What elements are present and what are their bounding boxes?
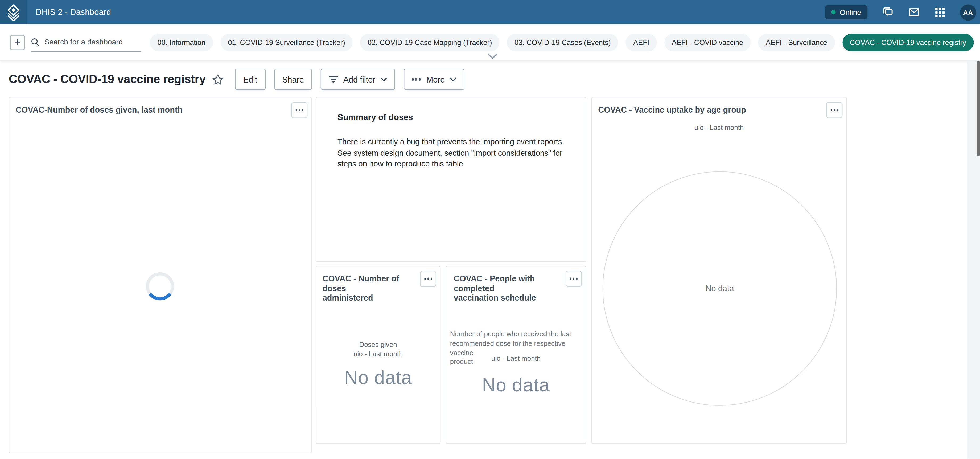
dashboard-chip-aefi[interactable]: AEFI bbox=[626, 33, 657, 51]
dashboards-bar: 00. Information 01. COVID-19 Surveillanc… bbox=[0, 24, 980, 61]
chart-subtitle: uio - Last month bbox=[316, 349, 440, 359]
dashboard-chip-list: 00. Information 01. COVID-19 Surveillanc… bbox=[150, 33, 974, 51]
avatar-initials: AA bbox=[963, 8, 973, 16]
no-data-label: No data bbox=[446, 375, 586, 396]
scrollbar-thumb[interactable] bbox=[977, 61, 980, 156]
show-more-dashboards-button[interactable] bbox=[482, 52, 503, 61]
ellipsis-icon bbox=[412, 78, 420, 80]
card-doses-given-last-month: COVAC-Number of doses given, last month bbox=[9, 97, 312, 453]
apps-grid-icon bbox=[934, 6, 946, 18]
dashboard-chip-covac-selected[interactable]: COVAC - COVID-19 vaccine registry bbox=[842, 33, 974, 51]
dashboard-content: COVAC - COVID-19 vaccine registry Edit S… bbox=[0, 61, 980, 459]
search-icon bbox=[31, 38, 40, 46]
single-value-empty: uio - Last month No data bbox=[446, 354, 586, 396]
card-title: Summary of doses bbox=[337, 113, 564, 122]
online-status-badge[interactable]: Online bbox=[825, 5, 867, 19]
chevron-down-icon bbox=[450, 77, 456, 81]
edit-button-label: Edit bbox=[243, 75, 258, 84]
card-options-button[interactable] bbox=[566, 271, 582, 287]
dashboard-search bbox=[31, 32, 141, 52]
card-title-line: administered bbox=[323, 293, 412, 303]
body-line: steps on how to reproduce this table bbox=[337, 159, 564, 170]
online-label: Online bbox=[840, 8, 861, 16]
card-title: COVAC - Number of doses administered bbox=[323, 274, 412, 303]
card-title-line: vaccination schedule bbox=[454, 293, 558, 303]
card-title: COVAC - Vaccine uptake by age group bbox=[598, 105, 819, 115]
card-number-of-doses-administered: COVAC - Number of doses administered Dos… bbox=[316, 266, 441, 444]
body-line: There is currently a bug that prevents t… bbox=[337, 137, 564, 148]
header-bar: DHIS 2 - Dashboard Online bbox=[0, 0, 980, 24]
card-vaccine-uptake-by-age-group: COVAC - Vaccine uptake by age group uio … bbox=[591, 97, 846, 444]
dashboard-chip-information[interactable]: 00. Information bbox=[150, 33, 213, 51]
chat-icon bbox=[881, 6, 894, 18]
card-title-line: COVAC - People with completed bbox=[454, 274, 558, 293]
page-title: COVAC - COVID-19 vaccine registry bbox=[9, 72, 206, 86]
dhis2-dashboard-app: DHIS 2 - Dashboard Online bbox=[0, 0, 980, 459]
edit-button[interactable]: Edit bbox=[235, 69, 266, 90]
share-button[interactable]: Share bbox=[274, 69, 312, 90]
chart-subtitle: uio - Last month bbox=[592, 124, 846, 131]
no-data-label: No data bbox=[705, 284, 734, 293]
star-icon bbox=[212, 73, 224, 86]
dashboard-chip-case-mapping[interactable]: 02. COVID-19 Case Mapping (Tracker) bbox=[360, 33, 500, 51]
plus-icon bbox=[14, 38, 21, 46]
star-dashboard-button[interactable] bbox=[212, 73, 224, 86]
more-button[interactable]: More bbox=[404, 69, 464, 90]
search-input[interactable] bbox=[45, 38, 132, 46]
dashboard-chip-aefi-surveillance[interactable]: AEFI - Surveillance bbox=[758, 33, 835, 51]
description-line: Number of people who received the last bbox=[450, 330, 582, 339]
dashboard-chip-covid-surveillance[interactable]: 01. COVID-19 Surveillance (Tracker) bbox=[220, 33, 353, 51]
chevron-down-icon bbox=[488, 54, 498, 59]
single-value-empty: Doses given uio - Last month No data bbox=[316, 340, 440, 388]
card-options-button[interactable] bbox=[826, 102, 842, 118]
dashboard-actions: Edit Share Add filter bbox=[235, 69, 464, 90]
dhis2-logo-icon bbox=[6, 4, 21, 21]
card-body-text: There is currently a bug that prevents t… bbox=[337, 137, 564, 170]
scrollbar-track bbox=[967, 61, 980, 459]
card-title: COVAC - People with completed vaccinatio… bbox=[454, 274, 558, 303]
no-data-label: No data bbox=[316, 367, 440, 388]
dashboard-chip-covid-cases[interactable]: 03. COVID-19 Cases (Events) bbox=[507, 33, 618, 51]
card-options-button[interactable] bbox=[420, 271, 436, 287]
add-filter-button[interactable]: Add filter bbox=[321, 69, 395, 90]
apps-menu-button[interactable] bbox=[934, 6, 946, 18]
card-people-completed-schedule: COVAC - People with completed vaccinatio… bbox=[445, 266, 586, 444]
card-summary-of-doses: Summary of doses There is currently a bu… bbox=[316, 97, 586, 262]
online-dot-icon bbox=[832, 10, 836, 14]
data-label: Doses given bbox=[316, 340, 440, 349]
user-avatar[interactable]: AA bbox=[960, 4, 976, 20]
body-line: See system design document, section "imp… bbox=[337, 148, 564, 159]
new-dashboard-button[interactable] bbox=[10, 35, 25, 49]
filter-icon bbox=[329, 75, 338, 84]
messages-button[interactable] bbox=[908, 6, 920, 18]
share-button-label: Share bbox=[282, 75, 304, 84]
add-filter-label: Add filter bbox=[344, 75, 375, 84]
dashboard-title-row: COVAC - COVID-19 vaccine registry Edit S… bbox=[9, 68, 464, 91]
mail-icon bbox=[908, 6, 920, 18]
interpretations-button[interactable] bbox=[881, 6, 894, 18]
card-title: COVAC-Number of doses given, last month bbox=[16, 105, 284, 115]
loading-spinner bbox=[144, 271, 175, 302]
header-actions: Online bbox=[825, 4, 980, 20]
dhis2-logo[interactable] bbox=[0, 0, 27, 24]
card-title-line: COVAC - Number of doses bbox=[323, 274, 412, 293]
dashboard-chip-aefi-covid-vaccine[interactable]: AEFI - COVID vaccine bbox=[664, 33, 751, 51]
chart-subtitle: uio - Last month bbox=[446, 354, 586, 363]
empty-pie-chart: No data bbox=[603, 171, 837, 406]
app-title: DHIS 2 - Dashboard bbox=[36, 8, 111, 17]
more-button-label: More bbox=[426, 75, 445, 84]
card-options-button[interactable] bbox=[291, 102, 307, 118]
chevron-down-icon bbox=[380, 77, 387, 81]
